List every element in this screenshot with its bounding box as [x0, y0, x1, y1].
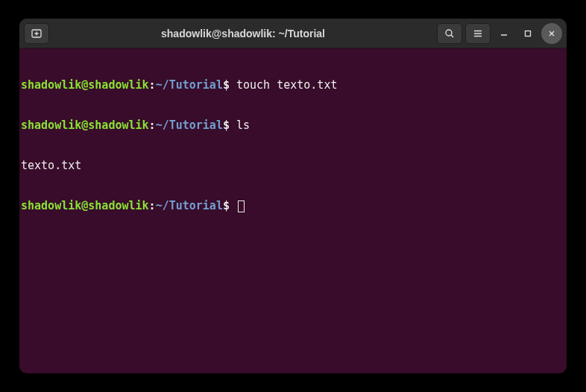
prompt-dollar: $	[223, 199, 230, 212]
prompt-colon: :	[149, 199, 156, 212]
prompt-user: shadowlik@shadowlik	[21, 199, 149, 212]
svg-rect-9	[526, 31, 531, 36]
minimize-button[interactable]	[494, 23, 514, 44]
search-icon	[444, 28, 455, 39]
terminal-line: shadowlik@shadowlik:~/Tutorial$	[21, 199, 565, 212]
window-title: shadowlik@shadowlik: ~/Tutorial	[49, 28, 437, 39]
command-text: touch texto.txt	[230, 78, 338, 92]
maximize-button[interactable]	[517, 23, 538, 44]
prompt-colon: :	[149, 78, 156, 92]
minimize-icon	[500, 30, 508, 37]
prompt-dollar: $	[223, 118, 230, 132]
hamburger-icon	[473, 28, 483, 39]
maximize-icon	[524, 30, 532, 37]
titlebar: shadowlik@shadowlik: ~/Tutorial	[19, 19, 567, 48]
prompt-user: shadowlik@shadowlik	[21, 118, 149, 132]
close-button[interactable]	[541, 23, 562, 44]
command-text	[230, 199, 236, 212]
terminal-line: texto.txt	[21, 159, 565, 172]
new-tab-button[interactable]	[24, 23, 49, 44]
output-text: texto.txt	[21, 159, 81, 172]
command-text: ls	[230, 118, 250, 132]
terminal-line: shadowlik@shadowlik:~/Tutorial$ ls	[21, 118, 565, 132]
prompt-path: ~/Tutorial	[156, 78, 223, 92]
search-button[interactable]	[437, 23, 462, 44]
menu-button[interactable]	[465, 23, 491, 44]
prompt-dollar: $	[223, 78, 230, 92]
cursor	[238, 200, 245, 212]
svg-point-3	[446, 30, 452, 36]
prompt-path: ~/Tutorial	[156, 199, 223, 212]
close-icon	[548, 30, 555, 37]
prompt-path: ~/Tutorial	[156, 118, 223, 132]
terminal-body[interactable]: shadowlik@shadowlik:~/Tutorial$ touch te…	[19, 48, 567, 373]
terminal-window: shadowlik@shadowlik: ~/Tutorial	[19, 19, 567, 373]
new-tab-icon	[31, 28, 42, 39]
terminal-line: shadowlik@shadowlik:~/Tutorial$ touch te…	[21, 78, 565, 92]
prompt-colon: :	[149, 118, 156, 132]
prompt-user: shadowlik@shadowlik	[21, 78, 149, 92]
titlebar-controls	[437, 23, 562, 44]
svg-line-4	[451, 35, 453, 37]
